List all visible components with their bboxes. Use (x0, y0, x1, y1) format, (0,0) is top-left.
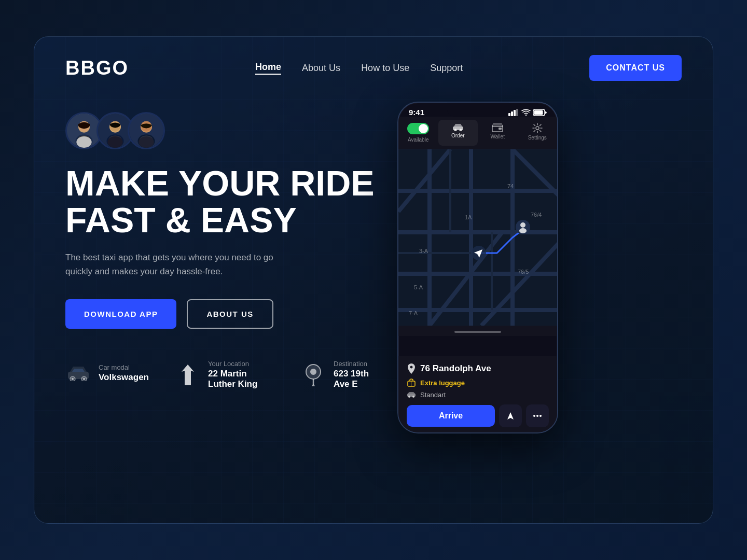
car-info-text: Car modal Volkswagen (99, 363, 149, 383)
car-value: Volkswagen (99, 372, 149, 383)
nav-howto[interactable]: How to Use (361, 63, 409, 74)
arrive-row: Arrive (407, 404, 549, 427)
phone-mockup: 9:41 (397, 102, 558, 433)
tab-available[interactable]: Available (398, 120, 438, 146)
left-section: MAKE YOUR RIDE FAST & EASY The best taxi… (65, 107, 377, 389)
luggage-row: Extra luggage (407, 378, 549, 387)
nav-support[interactable]: Support (430, 63, 463, 74)
svg-point-5 (76, 136, 91, 148)
tab-wallet[interactable]: Wallet (478, 120, 518, 146)
logo: BBGO (65, 57, 129, 79)
svg-point-70 (412, 396, 414, 398)
tab-wallet-label: Wallet (491, 134, 505, 139)
info-destination: Destination 623 19th Ave E (300, 360, 377, 389)
about-button[interactable]: ABOUT US (187, 299, 273, 329)
contact-button[interactable]: CONTACT US (589, 55, 682, 81)
app-tabs: Available Order (398, 117, 557, 149)
map-area: 74 76/4 1A 3-A 5-A 76/5 7-A (398, 149, 557, 326)
info-car: Car modal Volkswagen (65, 360, 149, 386)
wifi-icon (521, 109, 531, 116)
more-icon (533, 415, 542, 417)
svg-point-26 (312, 384, 315, 386)
car-type-row: Standart (407, 390, 549, 399)
status-time: 9:41 (409, 108, 424, 117)
svg-rect-27 (508, 113, 510, 116)
luggage-label: Extra luggage (420, 379, 465, 387)
toggle-switch[interactable] (407, 123, 429, 134)
location-label: Your Location (208, 360, 274, 368)
svg-text:1A: 1A (465, 214, 472, 220)
status-icons (508, 109, 547, 116)
header: BBGO Home About Us How to Use Support CO… (34, 37, 713, 96)
start-dot (477, 251, 481, 255)
location-info-text: Your Location 22 Martin Luther King (208, 360, 274, 389)
svg-point-69 (408, 396, 410, 398)
dest-address-text: 76 Randolph Ave (420, 363, 491, 374)
hero-title: MAKE YOUR RIDE FAST & EASY (65, 165, 377, 239)
map-svg: 74 76/4 1A 3-A 5-A 76/5 7-A (398, 149, 557, 326)
hero-title-line1: MAKE YOUR RIDE (65, 163, 375, 203)
location-value: 22 Martin Luther King (208, 369, 274, 389)
pin-icon (407, 364, 416, 373)
destination-value: 623 19th Ave E (334, 369, 377, 389)
svg-point-64 (520, 222, 525, 228)
info-location: Your Location 22 Martin Luther King (175, 360, 274, 389)
tab-settings[interactable]: Settings (518, 120, 558, 146)
avatar-group (65, 112, 377, 149)
car-type-label: Standart (420, 391, 446, 399)
home-bar-line (454, 331, 501, 333)
svg-text:76/5: 76/5 (518, 269, 529, 275)
logo-text: BBGO (65, 57, 129, 79)
svg-point-17 (139, 136, 154, 148)
main-content: MAKE YOUR RIDE FAST & EASY The best taxi… (34, 96, 713, 433)
wallet-icon (492, 123, 503, 132)
svg-text:74: 74 (507, 183, 514, 189)
svg-point-38 (536, 127, 539, 130)
svg-point-21 (72, 378, 74, 380)
svg-point-72 (536, 415, 538, 417)
bottom-panel: 76 Randolph Ave Extra luggage (398, 356, 557, 432)
svg-rect-39 (398, 149, 557, 326)
more-button[interactable] (526, 404, 549, 427)
svg-text:7-A: 7-A (409, 310, 418, 316)
destination-marker (516, 220, 530, 234)
settings-icon (532, 123, 543, 133)
car-type-icon (407, 390, 416, 399)
avatar-3 (128, 112, 165, 149)
phone-section: 9:41 (397, 102, 574, 433)
location-icon (175, 362, 201, 388)
hero-subtitle: The best taxi app that gets you where yo… (65, 250, 283, 278)
destination-icon (300, 362, 326, 388)
svg-text:3-A: 3-A (419, 248, 428, 254)
hero-title-line2: FAST & EASY (65, 200, 297, 240)
destination-info-text: Destination 623 19th Ave E (334, 360, 377, 389)
svg-rect-29 (514, 110, 516, 116)
svg-rect-37 (499, 128, 502, 130)
luggage-icon (407, 378, 416, 387)
phone-notch (447, 103, 509, 117)
download-button[interactable]: DOWNLOAD APP (65, 299, 176, 329)
destination-label: Destination (334, 360, 377, 368)
tab-order[interactable]: Order (438, 120, 478, 146)
tab-settings-label: Settings (528, 135, 547, 141)
svg-point-11 (107, 136, 122, 148)
svg-point-22 (83, 378, 85, 380)
nav-home[interactable]: Home (255, 62, 281, 75)
battery-icon (533, 109, 547, 116)
destination-row: 76 Randolph Ave (407, 363, 549, 374)
svg-point-71 (533, 415, 535, 417)
navigate-icon (506, 412, 515, 420)
svg-point-73 (540, 415, 542, 417)
svg-text:76/4: 76/4 (531, 212, 542, 218)
svg-rect-32 (534, 110, 543, 115)
tab-order-label: Order (451, 133, 465, 138)
navigate-button[interactable] (499, 404, 522, 427)
arrive-button[interactable]: Arrive (407, 405, 495, 427)
tab-available-label: Available (408, 137, 428, 143)
order-car-icon (452, 123, 464, 131)
svg-text:5-A: 5-A (414, 284, 423, 290)
signal-icon (508, 109, 519, 116)
nav-about[interactable]: About Us (302, 63, 340, 74)
main-card: BBGO Home About Us How to Use Support CO… (34, 36, 713, 524)
svg-point-65 (519, 228, 527, 233)
